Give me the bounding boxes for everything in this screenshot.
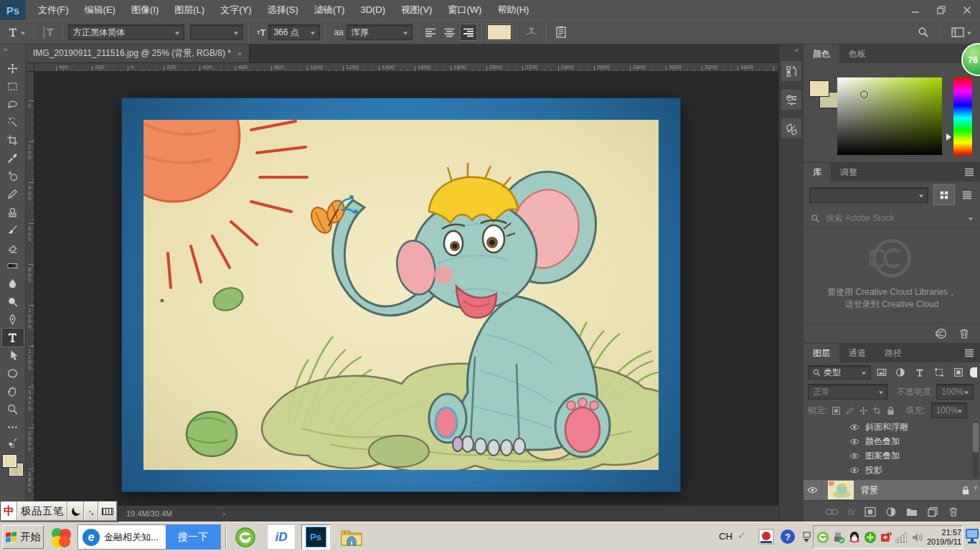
tray-power-icon[interactable] <box>880 529 892 545</box>
tray-browser-icon[interactable] <box>816 529 829 545</box>
menu-item-5[interactable]: 文字(Y) <box>212 0 259 20</box>
tray-signal-icon[interactable] <box>895 529 908 545</box>
taskbar-search-box[interactable]: e 金融相关知... 搜一下 <box>77 524 221 550</box>
menu-item-4[interactable]: 图层(L) <box>166 0 212 20</box>
text-orientation-icon[interactable] <box>39 26 57 39</box>
color-balls-app-icon[interactable] <box>48 524 74 550</box>
close-button[interactable] <box>954 0 980 20</box>
layer-effect-1[interactable]: 斜面和浮雕 <box>804 420 980 434</box>
start-button[interactable]: 开始 <box>2 525 44 549</box>
tab-close-icon[interactable]: × <box>237 50 242 58</box>
text-color-swatch[interactable] <box>487 24 512 40</box>
ime-fullhalf-icon[interactable] <box>67 501 84 521</box>
foreground-color-swatch[interactable] <box>3 455 17 467</box>
search-go-button[interactable]: 搜一下 <box>166 524 220 550</box>
ime-softkeyboard-icon[interactable] <box>98 501 117 521</box>
healing-brush-tool[interactable] <box>2 167 24 185</box>
scroll-down-icon[interactable]: ▼ <box>972 484 979 491</box>
filter-type-layers-icon[interactable] <box>911 365 928 380</box>
panel-foreground-swatch[interactable] <box>809 80 829 97</box>
language-options-icon[interactable]: ✓ <box>738 529 746 541</box>
tab-libraries[interactable]: 库 <box>804 163 831 182</box>
layers-scrollbar-thumb[interactable] <box>973 423 979 453</box>
tray-usb-icon[interactable] <box>832 529 845 545</box>
tray-360-icon[interactable] <box>864 529 877 545</box>
filter-smart-objects-icon[interactable] <box>950 365 967 380</box>
add-mask-icon[interactable] <box>864 507 876 517</box>
grid-view-button[interactable] <box>934 185 954 204</box>
menu-item-6[interactable]: 选择(S) <box>259 0 306 20</box>
list-view-button[interactable] <box>958 187 976 203</box>
delete-layer-icon[interactable] <box>948 507 959 517</box>
menu-item-3[interactable]: 图像(I) <box>123 0 166 20</box>
eraser-tool[interactable] <box>2 239 24 257</box>
panel-menu-icon[interactable] <box>964 344 980 362</box>
file-explorer-icon[interactable] <box>337 524 366 550</box>
layer-thumbnail[interactable] <box>828 481 854 499</box>
layer-style-fx-icon[interactable]: fx <box>848 507 855 517</box>
chevron-down-icon[interactable] <box>969 217 973 222</box>
pen-tool[interactable] <box>2 311 24 329</box>
hue-slider[interactable] <box>953 77 972 155</box>
stock-search-field[interactable]: 搜索 Adobe Stock <box>804 209 980 228</box>
filter-type-select[interactable]: 类型 <box>808 365 871 380</box>
new-layer-icon[interactable] <box>927 507 938 517</box>
background-layer-row[interactable]: 背景 <box>804 480 980 500</box>
path-selection-tool[interactable] <box>2 347 24 364</box>
browser-360-icon[interactable] <box>231 524 260 550</box>
info-panel-icon[interactable] <box>781 118 801 138</box>
tab-color[interactable]: 颜色 <box>804 44 839 63</box>
toggle-panels-icon[interactable] <box>552 26 570 39</box>
effect-visibility-eye-icon[interactable] <box>849 438 859 445</box>
effect-visibility-eye-icon[interactable] <box>849 424 859 430</box>
marquee-tool[interactable] <box>2 77 24 95</box>
crop-tool[interactable] <box>2 131 24 149</box>
tray-qq-icon[interactable] <box>848 529 861 545</box>
help-tray-icon[interactable]: ? <box>779 528 796 545</box>
filter-pixel-layers-icon[interactable] <box>873 365 890 380</box>
tab-adjustments[interactable]: 调整 <box>831 163 867 182</box>
filter-shape-layers-icon[interactable] <box>930 365 948 380</box>
menu-item-9[interactable]: 视图(V) <box>393 0 440 20</box>
recorder-tray-icon[interactable] <box>758 528 775 545</box>
font-size-select[interactable]: 366 点 <box>268 24 320 40</box>
layer-visibility-eye-icon[interactable] <box>804 480 822 500</box>
move-tool[interactable] <box>2 60 24 77</box>
canvas[interactable] <box>34 72 778 505</box>
align-center-button[interactable] <box>442 24 458 40</box>
swap-colors-icon[interactable] <box>2 436 24 449</box>
menu-item-7[interactable]: 滤镜(T) <box>306 0 353 20</box>
history-panel-icon[interactable] <box>781 61 801 81</box>
menu-item-1[interactable]: 文件(F) <box>30 0 77 20</box>
tab-channels[interactable]: 通道 <box>839 344 875 362</box>
tray-clock[interactable]: 21:57 2019/9/11 <box>927 528 965 547</box>
more-tools-icon[interactable] <box>2 418 24 436</box>
mixer-brush-tool[interactable] <box>2 221 24 239</box>
document-tab[interactable]: IMG_20190911_211516.jpg @ 25% (背景, RGB/8… <box>26 44 250 62</box>
layer-effect-3[interactable]: 图案叠加 <box>804 448 980 463</box>
show-desktop-icon[interactable] <box>965 527 979 547</box>
expand-panels-icon[interactable]: « <box>779 44 804 55</box>
hand-tool[interactable] <box>2 382 24 400</box>
restore-button[interactable] <box>928 0 954 20</box>
hue-slider-arrow[interactable] <box>946 133 955 141</box>
effect-visibility-eye-icon[interactable] <box>849 467 859 474</box>
lasso-tool[interactable] <box>2 95 24 113</box>
minimize-button[interactable] <box>903 0 928 20</box>
workspace-icon[interactable] <box>948 27 974 37</box>
status-expand-icon[interactable]: › <box>218 508 230 519</box>
new-group-icon[interactable] <box>906 507 918 517</box>
layer-effect-2[interactable]: 颜色叠加 <box>804 434 980 448</box>
library-select[interactable] <box>809 187 928 203</box>
properties-panel-icon[interactable] <box>781 90 801 110</box>
link-layers-icon[interactable] <box>825 508 839 516</box>
color-picker-marker[interactable] <box>860 90 868 98</box>
layer-effect-4[interactable]: 投影 <box>804 463 980 477</box>
magic-wand-tool[interactable] <box>2 113 24 131</box>
filter-toggle[interactable] <box>970 367 977 377</box>
tab-paths[interactable]: 路径 <box>875 344 911 362</box>
tray-volume-icon[interactable] <box>911 529 924 545</box>
lock-position-icon[interactable] <box>859 406 868 415</box>
font-style-select[interactable] <box>190 24 243 40</box>
align-left-button[interactable] <box>423 24 439 40</box>
